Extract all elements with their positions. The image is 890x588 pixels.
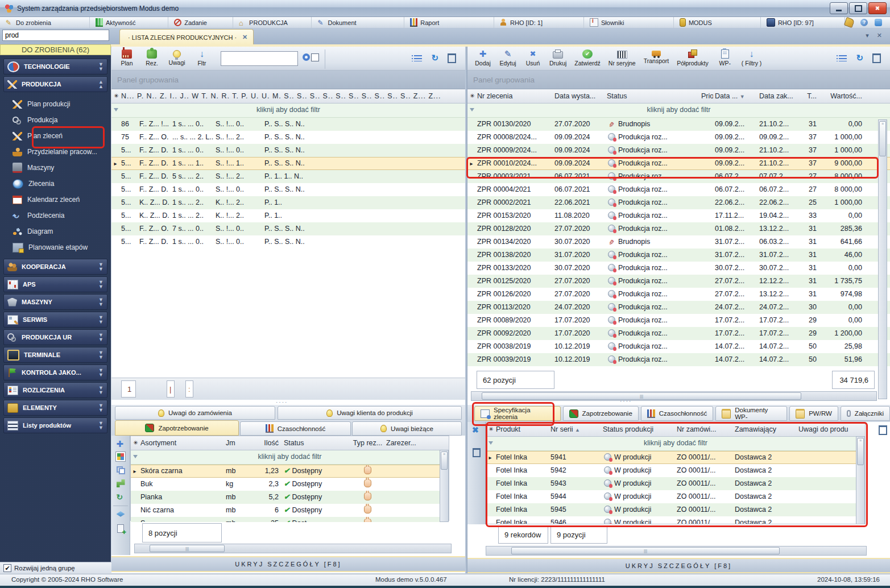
theme-icon[interactable]	[844, 17, 855, 28]
-filtry--button[interactable]: ( Filtry )	[738, 48, 765, 68]
table-row[interactable]: ZPR 00009/2024... 09.09.2024 Produkcja r…	[467, 144, 890, 157]
table-row[interactable]: 5... F.. Z... O. 7 s.. ... 0.. S.. !... …	[111, 222, 465, 235]
col-jm[interactable]: Jm	[224, 436, 248, 450]
tab-uwagi-klienta[interactable]: Uwagi klienta do produkcji	[278, 406, 462, 420]
menu-do-zrobienia[interactable]: Do zrobienia	[0, 17, 90, 28]
sidebar-group[interactable]: ROZLICZENIA ▼▼	[3, 382, 107, 398]
close-icon[interactable]: ✕	[877, 32, 882, 39]
table-row[interactable]: 5... F.. Z... D. 5 s.. ... 2.. S.. !... …	[111, 170, 465, 183]
table-row[interactable]: ZPR 00138/2020 31.07.2020 Produkcja roz.…	[467, 249, 890, 262]
nr-seryjne-button[interactable]: Nr seryjne	[605, 48, 639, 68]
table-row[interactable]: ZPR 00089/2020 17.07.2020 Produkcja roz.…	[467, 314, 890, 327]
blue-layers-icon[interactable]	[117, 511, 125, 519]
asortyment-grid-header[interactable]: ✳ Asortyment Jm Ilość Status Typ rez... …	[131, 436, 449, 450]
tab-zapotrzebowanie[interactable]: Zapotrzebowanie	[115, 420, 239, 436]
menu-aktywnosc[interactable]: Aktywność	[90, 17, 168, 28]
right-filter-row[interactable]: kliknij aby dodać filtr	[467, 103, 890, 118]
plan-button[interactable]: Plan	[115, 48, 139, 68]
hide-details-bar-right[interactable]: UKRYJ SZCZEGÓŁY [F8]	[467, 558, 890, 573]
table-row[interactable]: Fotel Inka 5945 W produkcji ZO 00011/...…	[486, 503, 865, 516]
table-row[interactable]: ZPR 00092/2020 17.07.2020 Produkcja roz.…	[467, 327, 890, 340]
zatwierd--button[interactable]: Zatwierdź	[571, 48, 604, 68]
chevron-down-icon[interactable]: ▾	[866, 32, 869, 39]
fltr-button[interactable]: Fltr	[190, 48, 214, 68]
quick-search-input[interactable]	[2, 30, 109, 41]
right-vertical-scrollbar[interactable]: ≡	[878, 119, 887, 399]
sidebar-item[interactable]: Diagram	[9, 223, 107, 239]
sidebar-group-technologie[interactable]: TECHNOLOGIE ▼▼	[3, 59, 107, 74]
table-row[interactable]: ZPR 00134/2020 30.07.2020 Brudnopis 31.0…	[467, 235, 890, 249]
table-row[interactable]: ZPR 00008/2024... 09.09.2024 Produkcja r…	[467, 131, 890, 144]
rez-button[interactable]: Rez.	[140, 48, 164, 68]
col-priorytet[interactable]: Prio...	[699, 89, 713, 103]
sidebar-item[interactable]: Produkcja	[9, 112, 107, 128]
tab-lista-zlecen[interactable]: · LISTA ZLECEŃ PRODUKCYJNYCH · ✕	[119, 29, 254, 45]
col-nr-serii[interactable]: Nr serii ▲	[549, 423, 601, 436]
table-row[interactable]: 5... K.. Z... D. 1 s.. ... 2.. K.. !... …	[111, 209, 465, 222]
list-options-icon[interactable]	[414, 55, 422, 61]
uwagi-button[interactable]: Uwagi	[165, 48, 189, 67]
column-chooser-icon[interactable]	[872, 53, 881, 63]
sidebar-item[interactable]: Zlecenia	[9, 176, 107, 192]
table-row[interactable]: Fotel Inka 5943 W produkcji ZO 00011/...…	[486, 477, 865, 490]
menu-rho-user[interactable]: RHO [ID: 1]	[494, 17, 584, 28]
table-row[interactable]: ZPR 00038/2019 10.12.2019 Produkcja roz.…	[467, 340, 890, 353]
table-row[interactable]: Buk kg 2,3 ✔Dostępny	[131, 478, 449, 491]
menu-produkcja[interactable]: PRODUKCJA	[233, 17, 312, 28]
table-row[interactable]: ZPR 00153/2020 11.08.2020 Produkcja roz.…	[467, 209, 890, 222]
sidebar-group[interactable]: MASZYNY ▼▼	[3, 294, 107, 310]
detail-tab[interactable]: PW/RW	[789, 406, 838, 421]
table-row[interactable]: ZPR 00133/2020 30.07.2020 Produkcja roz.…	[467, 262, 890, 275]
col-nr-zamowienia[interactable]: Nr zamówi...	[675, 423, 733, 436]
menu-rho-station[interactable]: RHO [ID: 97]	[761, 17, 845, 28]
menu-raport[interactable]: Raport	[404, 17, 494, 28]
column-chooser-icon[interactable]	[448, 53, 456, 63]
col-asortyment[interactable]: Asortyment	[139, 436, 224, 450]
left-filter-input[interactable]	[221, 51, 298, 66]
sidebar-item[interactable]: Plan zleceń	[9, 128, 107, 144]
table-row[interactable]: Fotel Inka 5942 W produkcji ZO 00011/...…	[486, 464, 865, 477]
list-options-icon[interactable]	[839, 55, 847, 61]
menu-zadanie[interactable]: Zadanie	[168, 17, 233, 28]
palette-grid-icon[interactable]	[116, 452, 125, 461]
drukuj-button[interactable]: Drukuj	[546, 48, 570, 68]
col-wartosc[interactable]: Wartość...	[819, 89, 866, 103]
detail-tab[interactable]: Zapotrzebowanie	[563, 406, 639, 421]
tab-uwagi-do-zamowienia[interactable]: Uwagi do zamówienia	[115, 406, 275, 420]
col-nr-zlecenia[interactable]: Nr zlecenia	[475, 89, 553, 103]
sidebar-group[interactable]: KONTROLA JAKO... ▼▼	[3, 365, 107, 380]
table-row[interactable]: ZPR 00130/2020 27.07.2020 Brudnopis 09.0…	[467, 118, 890, 131]
wp--button[interactable]: WP-	[713, 48, 737, 68]
detail-tab[interactable]: Czasochłonność	[641, 406, 713, 421]
tab-uwagi-biezace[interactable]: Uwagi bieżące	[352, 421, 462, 436]
dodaj-button[interactable]: Dodaj	[471, 48, 495, 68]
col-data-zakonczenia[interactable]: Data zak...	[757, 89, 803, 103]
vertical-scrollbar[interactable]: ≡	[440, 450, 449, 522]
sidebar-group[interactable]: Listy produktów ▼▼	[3, 417, 107, 433]
left-grid-columns[interactable]: N... P. N.. Z. I.. J.. W T. N. R. T. P. …	[119, 89, 465, 103]
right-grouping-panel[interactable]: Panel grupowania	[467, 71, 890, 89]
sidebar-group-produkcja[interactable]: PRODUKCJA ▲▲	[3, 76, 107, 92]
produkt-grid-header[interactable]: ✳ Produkt Nr serii ▲ Status produkcji Nr…	[486, 423, 865, 437]
splitter-handle[interactable]: ····	[620, 398, 632, 404]
table-row[interactable]: Pianka mb 5,2 ✔Dostępny	[131, 491, 449, 504]
col-uwagi[interactable]: Uwagi do produ	[797, 423, 865, 436]
table-row[interactable]: ZPR 00002/2021 22.06.2021 Produkcja roz.…	[467, 196, 890, 209]
hide-details-bar-left[interactable]: UKRYJ SZCZEGÓŁY [F8]	[111, 556, 465, 572]
table-row[interactable]: 5... F.. Z... D. 1 s.. ... 0.. S.. !... …	[111, 235, 465, 249]
table-row[interactable]: Skóra czarna mb 1,23 ✔Dostępny	[131, 465, 449, 478]
table-row[interactable]: ZPR 00039/2019 10.12.2019 Produkcja roz.…	[467, 353, 890, 366]
col-status[interactable]: Status	[605, 89, 699, 103]
detail-tab[interactable]: Załączniki	[841, 406, 890, 421]
column-chooser-icon[interactable]	[879, 425, 887, 435]
sidebar-group[interactable]: SERWIS ▼▼	[3, 312, 107, 328]
sidebar-group[interactable]: PRODUKCJA UR ▼▼	[3, 329, 107, 345]
expand-group-checkbox[interactable]: ✔	[3, 564, 11, 572]
right-grid-header[interactable]: ✳ Nr zlecenia Data wysta... Status Prio.…	[467, 89, 890, 103]
left-grouping-panel[interactable]: Panel grupowania	[111, 71, 465, 89]
tab-close-icon[interactable]: ✕	[242, 34, 247, 41]
sidebar-item[interactable]: Przydzielanie pracow...	[9, 144, 107, 160]
close-button[interactable]: ✖	[868, 2, 887, 14]
help-icon[interactable]: ?	[860, 19, 868, 26]
col-typ-rez[interactable]: Typ rez...	[349, 436, 384, 450]
